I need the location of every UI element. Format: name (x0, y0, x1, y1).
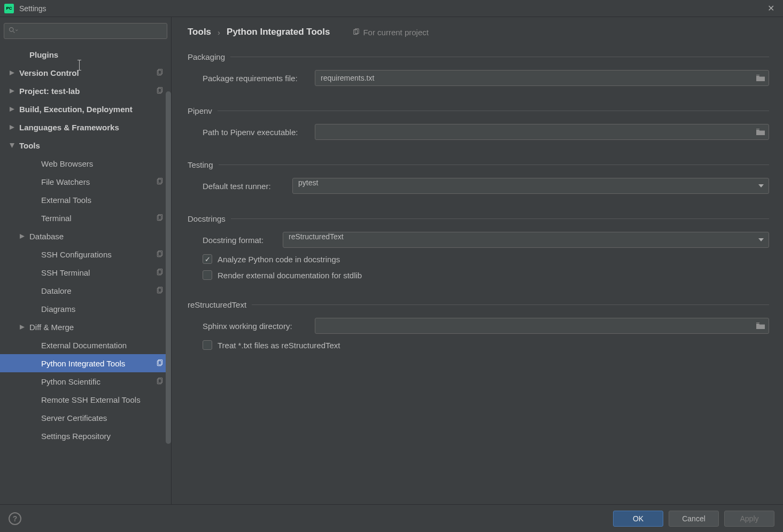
breadcrumb: Tools › Python Integrated Tools For curr… (188, 27, 769, 37)
tree-item-python-integrated-tools[interactable]: Python Integrated Tools (0, 354, 171, 372)
project-scope-icon (156, 87, 164, 95)
docstrings-group: Docstrings Docstring format: reStructure… (188, 214, 769, 286)
tree-item-settings-repository[interactable]: Settings Repository (0, 427, 171, 445)
chevron-right-icon: › (218, 28, 220, 37)
folder-icon[interactable] (756, 322, 765, 330)
apply-button[interactable]: Apply (724, 511, 774, 527)
project-scope-icon (156, 359, 164, 367)
chevron-right-icon (9, 124, 15, 130)
tree-item-python-scientific[interactable]: Python Scientific (0, 372, 171, 390)
chevron-down-icon (9, 142, 15, 148)
project-scope-icon (156, 214, 164, 222)
tree-item-tools[interactable]: Tools (0, 136, 171, 154)
scope-badge: For current project (352, 28, 429, 37)
test-runner-select[interactable]: pytest (292, 178, 769, 194)
tree-item-label: SSH Configurations (41, 250, 112, 259)
tree-item-web-browsers[interactable]: Web Browsers (0, 154, 171, 173)
tree-item-external-tools[interactable]: External Tools (0, 191, 171, 209)
dialog-footer: ? OK Cancel Apply (0, 504, 783, 532)
tree-item-label: Terminal (41, 214, 72, 223)
analyze-docstrings-checkbox[interactable] (203, 254, 212, 264)
packaging-legend: Packaging (188, 52, 230, 61)
treat-txt-label: Treat *.txt files as reStructuredText (218, 341, 340, 350)
app-icon (4, 4, 14, 13)
tree-item-diff-merge[interactable]: Diff & Merge (0, 318, 171, 336)
tree-item-plugins[interactable]: Plugins (0, 45, 171, 64)
search-icon (9, 27, 16, 34)
tree-item-remote-ssh-external-tools[interactable]: Remote SSH External Tools (0, 390, 171, 409)
tree-item-label: Languages & Frameworks (19, 123, 119, 132)
tree-item-label: Project: test-lab (19, 87, 80, 96)
tree-item-datalore[interactable]: Datalore (0, 281, 171, 300)
sphinx-dir-input[interactable] (315, 318, 769, 334)
test-runner-label: Default test runner: (203, 182, 292, 191)
tree-item-server-certificates[interactable]: Server Certificates (0, 409, 171, 427)
tree-item-ssh-terminal[interactable]: SSH Terminal (0, 263, 171, 281)
render-stdlib-label: Render external documentation for stdlib (218, 271, 362, 280)
project-scope-icon (156, 378, 164, 385)
window-title: Settings (19, 4, 46, 13)
tree-item-label: Plugins (29, 50, 58, 59)
tree-item-label: Python Scientific (41, 377, 100, 386)
breadcrumb-root[interactable]: Tools (188, 27, 211, 37)
svg-point-0 (10, 28, 13, 32)
tree-item-label: Version Control (19, 68, 79, 77)
copy-icon (352, 28, 360, 36)
testing-legend: Testing (188, 160, 219, 169)
tree-item-label: Diagrams (41, 304, 75, 314)
tree-item-label: External Tools (41, 195, 91, 205)
tree-item-label: Database (29, 232, 64, 241)
chevron-right-icon (19, 233, 25, 239)
project-scope-icon (156, 287, 164, 294)
tree-item-database[interactable]: Database (0, 227, 171, 245)
scrollbar-thumb[interactable] (166, 91, 171, 444)
project-scope-icon (156, 178, 164, 185)
cancel-button[interactable]: Cancel (669, 511, 719, 527)
tree-item-label: Python Integrated Tools (41, 359, 125, 368)
folder-icon[interactable] (756, 74, 765, 82)
pipenv-legend: Pipenv (188, 106, 218, 115)
help-button[interactable]: ? (9, 512, 21, 525)
tree-item-label: Tools (19, 141, 40, 150)
chevron-right-icon (19, 324, 25, 330)
analyze-docstrings-label: Analyze Python code in docstrings (218, 255, 340, 264)
search-input[interactable] (4, 23, 167, 39)
tree-item-project-test-lab[interactable]: Project: test-lab (0, 82, 171, 100)
folder-icon[interactable] (756, 128, 765, 136)
settings-tree[interactable]: PluginsVersion ControlProject: test-labB… (0, 43, 171, 504)
pipenv-group: Pipenv Path to Pipenv executable: (188, 106, 769, 146)
tree-item-label: SSH Terminal (41, 268, 90, 277)
docstring-format-select[interactable]: reStructuredText (283, 232, 769, 248)
tree-item-external-documentation[interactable]: External Documentation (0, 336, 171, 354)
settings-content: Tools › Python Integrated Tools For curr… (172, 17, 783, 504)
chevron-right-icon (9, 69, 15, 76)
render-stdlib-checkbox[interactable] (203, 270, 212, 280)
tree-item-label: Remote SSH External Tools (41, 395, 141, 404)
rst-group: reStructuredText Sphinx working director… (188, 300, 769, 356)
tree-item-label: Server Certificates (41, 413, 107, 423)
tree-item-label: Build, Execution, Deployment (19, 105, 133, 114)
title-bar: Settings ✕ (0, 0, 783, 17)
project-scope-icon (156, 269, 164, 276)
tree-item-build-execution-deployment[interactable]: Build, Execution, Deployment (0, 100, 171, 118)
project-scope-icon (156, 251, 164, 258)
treat-txt-checkbox[interactable] (203, 340, 212, 350)
package-req-label: Package requirements file: (203, 74, 315, 83)
tree-item-label: External Documentation (41, 341, 127, 350)
tree-item-languages-frameworks[interactable]: Languages & Frameworks (0, 118, 171, 136)
pipenv-path-input[interactable] (315, 124, 769, 140)
packaging-group: Packaging Package requirements file: (188, 52, 769, 92)
tree-item-diagrams[interactable]: Diagrams (0, 300, 171, 318)
tree-item-version-control[interactable]: Version Control (0, 64, 171, 82)
ok-button[interactable]: OK (613, 511, 663, 527)
svg-line-1 (13, 32, 15, 33)
tree-item-ssh-configurations[interactable]: SSH Configurations (0, 245, 171, 263)
tree-item-terminal[interactable]: Terminal (0, 209, 171, 227)
chevron-right-icon (9, 88, 15, 94)
package-req-input[interactable] (315, 70, 769, 86)
tree-item-label: File Watchers (41, 177, 90, 186)
tree-item-file-watchers[interactable]: File Watchers (0, 173, 171, 191)
close-icon[interactable]: ✕ (763, 3, 779, 13)
pipenv-path-label: Path to Pipenv executable: (203, 128, 315, 137)
project-scope-icon (156, 69, 164, 76)
